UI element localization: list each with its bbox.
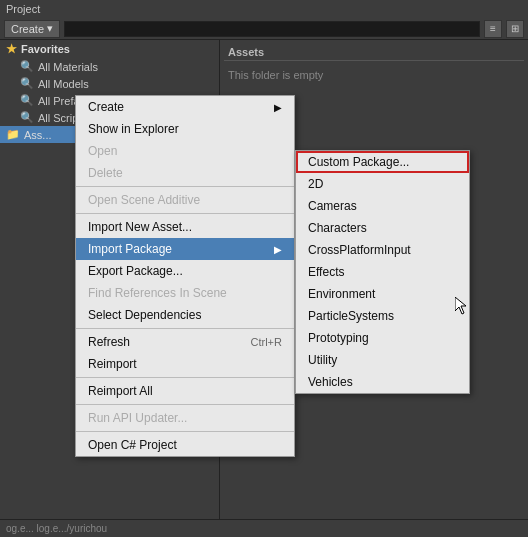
menu-label-select-deps: Select Dependencies [88, 308, 201, 322]
menu-separator-5 [76, 404, 294, 405]
search-icon-prefabs: 🔍 [20, 94, 34, 107]
menu-label-reimport: Reimport [88, 357, 137, 371]
menu-item-reimport[interactable]: Reimport [76, 353, 294, 375]
submenu-item-utility[interactable]: Utility [296, 349, 469, 371]
sidebar-label-materials: All Materials [38, 61, 98, 73]
project-panel: Project Create ▾ ≡ ⊞ ★ Favorites 🔍 All M… [0, 0, 528, 537]
submenu-item-crossplatform[interactable]: CrossPlatformInput [296, 239, 469, 261]
submenu-item-cameras[interactable]: Cameras [296, 195, 469, 217]
submenu-label-characters: Characters [308, 221, 367, 235]
menu-label-delete: Delete [88, 166, 123, 180]
menu-separator-2 [76, 213, 294, 214]
menu-label-open: Open [88, 144, 117, 158]
menu-item-open-scene[interactable]: Open Scene Additive [76, 189, 294, 211]
menu-item-delete[interactable]: Delete [76, 162, 294, 184]
menu-item-select-deps[interactable]: Select Dependencies [76, 304, 294, 326]
context-menu: Create ▶ Show in Explorer Open Delete Op… [75, 95, 295, 457]
submenu-item-vehicles[interactable]: Vehicles [296, 371, 469, 393]
menu-item-reimport-all[interactable]: Reimport All [76, 380, 294, 402]
menu-separator-6 [76, 431, 294, 432]
submenu-item-prototyping[interactable]: Prototyping [296, 327, 469, 349]
toolbar-icon-2[interactable]: ⊞ [506, 20, 524, 38]
menu-label-export-package: Export Package... [88, 264, 183, 278]
menu-item-open[interactable]: Open [76, 140, 294, 162]
menu-label-reimport-all: Reimport All [88, 384, 153, 398]
menu-label-import-package: Import Package [88, 242, 172, 256]
menu-label-create: Create [88, 100, 124, 114]
create-dropdown-icon: ▾ [47, 22, 53, 35]
star-icon: ★ [6, 42, 17, 56]
submenu-label-environment: Environment [308, 287, 375, 301]
arrow-icon-import-package: ▶ [274, 244, 282, 255]
create-button[interactable]: Create ▾ [4, 20, 60, 38]
toolbar: Create ▾ ≡ ⊞ [0, 18, 528, 40]
toolbar-icon-1[interactable]: ≡ [484, 20, 502, 38]
submenu-item-custom-package[interactable]: Custom Package... [296, 151, 469, 173]
menu-item-find-refs[interactable]: Find References In Scene [76, 282, 294, 304]
menu-item-export-package[interactable]: Export Package... [76, 260, 294, 282]
favorites-label: Favorites [21, 43, 70, 55]
sidebar-label-models: All Models [38, 78, 89, 90]
submenu-label-utility: Utility [308, 353, 337, 367]
menu-item-refresh[interactable]: Refresh Ctrl+R [76, 331, 294, 353]
menu-label-find-refs: Find References In Scene [88, 286, 227, 300]
menu-label-open-scene: Open Scene Additive [88, 193, 200, 207]
menu-item-import-new[interactable]: Import New Asset... [76, 216, 294, 238]
menu-item-import-package[interactable]: Import Package ▶ [76, 238, 294, 260]
panel-title: Project [6, 3, 40, 15]
menu-separator-1 [76, 186, 294, 187]
sidebar-item-all-models[interactable]: 🔍 All Models [0, 75, 219, 92]
menu-item-api-updater[interactable]: Run API Updater... [76, 407, 294, 429]
search-icon-materials: 🔍 [20, 60, 34, 73]
menu-separator-4 [76, 377, 294, 378]
submenu-item-effects[interactable]: Effects [296, 261, 469, 283]
submenu-label-crossplatform: CrossPlatformInput [308, 243, 411, 257]
bottom-bar-text: og.e... log.e.../yurichou [6, 523, 107, 534]
submenu-label-custom-package: Custom Package... [308, 155, 409, 169]
menu-label-refresh: Refresh [88, 335, 130, 349]
submenu-label-vehicles: Vehicles [308, 375, 353, 389]
panel-title-bar: Project [0, 0, 528, 18]
submenu-item-particlesystems[interactable]: ParticleSystems [296, 305, 469, 327]
empty-assets-text: This folder is empty [224, 65, 524, 85]
assets-folder-label: Ass... [24, 129, 52, 141]
shortcut-refresh: Ctrl+R [251, 336, 282, 348]
menu-item-open-csharp[interactable]: Open C# Project [76, 434, 294, 456]
menu-item-show-explorer[interactable]: Show in Explorer [76, 118, 294, 140]
submenu-item-characters[interactable]: Characters [296, 217, 469, 239]
menu-label-api-updater: Run API Updater... [88, 411, 187, 425]
submenu-label-prototyping: Prototyping [308, 331, 369, 345]
menu-label-import-new: Import New Asset... [88, 220, 192, 234]
submenu-item-2d[interactable]: 2D [296, 173, 469, 195]
menu-label-show-explorer: Show in Explorer [88, 122, 179, 136]
search-input[interactable] [64, 21, 480, 37]
arrow-icon-create: ▶ [274, 102, 282, 113]
bottom-bar: og.e... log.e.../yurichou [0, 519, 528, 537]
search-icon-models: 🔍 [20, 77, 34, 90]
menu-separator-3 [76, 328, 294, 329]
submenu-item-environment[interactable]: Environment [296, 283, 469, 305]
submenu-label-effects: Effects [308, 265, 344, 279]
create-label: Create [11, 23, 44, 35]
search-icon-scripts: 🔍 [20, 111, 34, 124]
sidebar-item-all-materials[interactable]: 🔍 All Materials [0, 58, 219, 75]
sidebar-favorites: ★ Favorites [0, 40, 219, 58]
folder-icon: 📁 [6, 128, 20, 141]
submenu-import-package: Custom Package... 2D Cameras Characters … [295, 150, 470, 394]
submenu-label-2d: 2D [308, 177, 323, 191]
assets-header: Assets [224, 44, 524, 61]
submenu-label-particlesystems: ParticleSystems [308, 309, 394, 323]
submenu-label-cameras: Cameras [308, 199, 357, 213]
menu-item-create[interactable]: Create ▶ [76, 96, 294, 118]
menu-label-open-csharp: Open C# Project [88, 438, 177, 452]
